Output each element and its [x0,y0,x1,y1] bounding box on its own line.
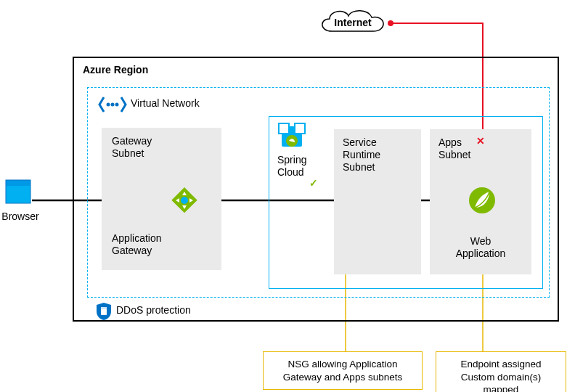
svg-rect-11 [295,123,305,134]
web-application-label-1: Web [470,235,491,247]
browser-icon [4,179,32,206]
nsg-callout: NSG allowing Application Gateway and App… [263,351,423,390]
svg-rect-10 [279,123,289,134]
ddos-protection-icon [96,302,112,321]
application-gateway-icon [171,187,197,213]
svg-point-6 [115,103,119,107]
internet-connection-dot [388,20,393,26]
application-gateway-label-1: Application [112,232,162,244]
gateway-subnet-title-1: Gateway [112,135,152,147]
checkmark-icon: ✓ [309,177,318,189]
endpoint-callout-line-1: Endpoint assigned [460,359,541,369]
svg-rect-15 [6,186,30,203]
service-runtime-line-3: Subnet [343,161,375,173]
svg-rect-14 [6,180,30,186]
nsg-callout-line-2: Gateway and Apps subnets [283,372,402,383]
service-runtime-subnet-box: Service Runtime Subnet [334,129,421,274]
virtual-network-icon [98,94,127,115]
spring-cloud-label: Spring Cloud [277,154,306,179]
svg-point-8 [181,197,188,204]
internet-label: Internet [314,17,392,28]
svg-point-5 [111,103,115,107]
virtual-network-label: Virtual Network [131,97,200,109]
web-application-icon [468,186,497,215]
endpoint-callout-line-2: Custom domain(s) mapped [461,372,541,392]
application-gateway-label-2: Gateway [112,245,152,256]
svg-point-4 [107,103,110,107]
ddos-protection-label: DDoS protection [116,304,191,316]
nsg-callout-line-1: NSG allowing Application [288,359,398,369]
apps-subnet-line-2: Subnet [438,149,470,160]
svg-rect-18 [101,307,107,309]
internet-cloud: Internet [314,6,392,38]
spring-cloud-icon [277,122,306,151]
apps-subnet-line-1: Apps [438,136,462,148]
blocked-x-icon: ✕ [476,135,485,147]
endpoint-callout: Endpoint assigned Custom domain(s) mappe… [436,351,566,392]
browser-label: Browser [0,211,41,222]
gateway-subnet-box: Gateway Subnet Application Gateway [102,128,221,270]
web-application-label-2: Application [456,248,506,259]
gateway-subnet-title-2: Subnet [112,147,144,159]
service-runtime-line-1: Service [343,136,377,148]
azure-region-title: Azure Region [83,64,148,75]
service-runtime-line-2: Runtime [343,149,380,160]
